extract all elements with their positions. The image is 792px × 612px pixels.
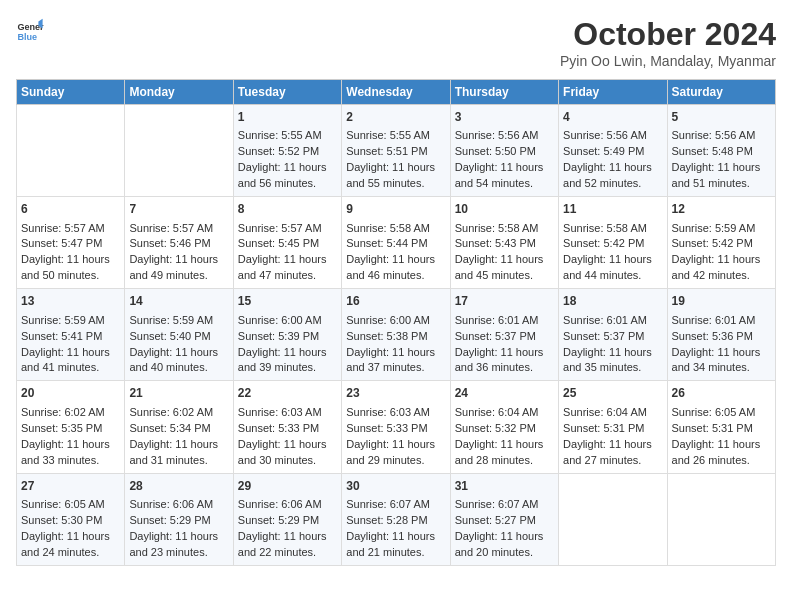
cell-text: Daylight: 11 hours and 45 minutes.	[455, 252, 554, 284]
calendar-cell: 25Sunrise: 6:04 AMSunset: 5:31 PMDayligh…	[559, 381, 667, 473]
calendar-cell: 18Sunrise: 6:01 AMSunset: 5:37 PMDayligh…	[559, 289, 667, 381]
cell-text: Daylight: 11 hours and 40 minutes.	[129, 345, 228, 377]
cell-text: Sunset: 5:52 PM	[238, 144, 337, 160]
cell-text: Daylight: 11 hours and 56 minutes.	[238, 160, 337, 192]
day-number: 5	[672, 109, 771, 126]
cell-text: Sunset: 5:35 PM	[21, 421, 120, 437]
calendar-cell: 30Sunrise: 6:07 AMSunset: 5:28 PMDayligh…	[342, 473, 450, 565]
cell-text: Daylight: 11 hours and 24 minutes.	[21, 529, 120, 561]
cell-text: Daylight: 11 hours and 30 minutes.	[238, 437, 337, 469]
calendar-cell: 6Sunrise: 5:57 AMSunset: 5:47 PMDaylight…	[17, 197, 125, 289]
cell-text: Daylight: 11 hours and 41 minutes.	[21, 345, 120, 377]
week-row-2: 6Sunrise: 5:57 AMSunset: 5:47 PMDaylight…	[17, 197, 776, 289]
calendar-cell: 10Sunrise: 5:58 AMSunset: 5:43 PMDayligh…	[450, 197, 558, 289]
column-header-saturday: Saturday	[667, 80, 775, 105]
cell-text: Sunrise: 5:58 AM	[563, 221, 662, 237]
cell-text: Sunrise: 6:05 AM	[672, 405, 771, 421]
calendar-cell: 2Sunrise: 5:55 AMSunset: 5:51 PMDaylight…	[342, 105, 450, 197]
calendar-cell: 9Sunrise: 5:58 AMSunset: 5:44 PMDaylight…	[342, 197, 450, 289]
cell-text: Sunset: 5:50 PM	[455, 144, 554, 160]
cell-text: Sunrise: 6:02 AM	[129, 405, 228, 421]
calendar-cell: 15Sunrise: 6:00 AMSunset: 5:39 PMDayligh…	[233, 289, 341, 381]
calendar-cell: 12Sunrise: 5:59 AMSunset: 5:42 PMDayligh…	[667, 197, 775, 289]
cell-text: Daylight: 11 hours and 51 minutes.	[672, 160, 771, 192]
cell-text: Daylight: 11 hours and 22 minutes.	[238, 529, 337, 561]
cell-text: Sunset: 5:44 PM	[346, 236, 445, 252]
cell-text: Sunrise: 6:05 AM	[21, 497, 120, 513]
cell-text: Sunset: 5:47 PM	[21, 236, 120, 252]
logo-icon: General Blue	[16, 16, 44, 44]
column-header-sunday: Sunday	[17, 80, 125, 105]
calendar-cell: 11Sunrise: 5:58 AMSunset: 5:42 PMDayligh…	[559, 197, 667, 289]
cell-text: Daylight: 11 hours and 20 minutes.	[455, 529, 554, 561]
cell-text: Daylight: 11 hours and 55 minutes.	[346, 160, 445, 192]
calendar-cell: 28Sunrise: 6:06 AMSunset: 5:29 PMDayligh…	[125, 473, 233, 565]
day-number: 13	[21, 293, 120, 310]
cell-text: Sunrise: 6:04 AM	[563, 405, 662, 421]
calendar-cell: 19Sunrise: 6:01 AMSunset: 5:36 PMDayligh…	[667, 289, 775, 381]
day-number: 11	[563, 201, 662, 218]
day-number: 9	[346, 201, 445, 218]
cell-text: Sunrise: 5:59 AM	[672, 221, 771, 237]
cell-text: Sunset: 5:28 PM	[346, 513, 445, 529]
calendar-cell: 7Sunrise: 5:57 AMSunset: 5:46 PMDaylight…	[125, 197, 233, 289]
cell-text: Sunset: 5:45 PM	[238, 236, 337, 252]
calendar-cell	[125, 105, 233, 197]
cell-text: Sunset: 5:27 PM	[455, 513, 554, 529]
cell-text: Sunrise: 5:56 AM	[563, 128, 662, 144]
cell-text: Daylight: 11 hours and 28 minutes.	[455, 437, 554, 469]
cell-text: Daylight: 11 hours and 35 minutes.	[563, 345, 662, 377]
title-block: October 2024 Pyin Oo Lwin, Mandalay, Mya…	[560, 16, 776, 69]
calendar-cell: 31Sunrise: 6:07 AMSunset: 5:27 PMDayligh…	[450, 473, 558, 565]
day-number: 19	[672, 293, 771, 310]
cell-text: Sunrise: 5:56 AM	[672, 128, 771, 144]
day-number: 1	[238, 109, 337, 126]
day-number: 17	[455, 293, 554, 310]
cell-text: Sunrise: 6:00 AM	[238, 313, 337, 329]
cell-text: Sunset: 5:33 PM	[346, 421, 445, 437]
cell-text: Daylight: 11 hours and 29 minutes.	[346, 437, 445, 469]
cell-text: Sunrise: 5:58 AM	[455, 221, 554, 237]
cell-text: Sunrise: 6:07 AM	[346, 497, 445, 513]
column-header-monday: Monday	[125, 80, 233, 105]
calendar-cell: 20Sunrise: 6:02 AMSunset: 5:35 PMDayligh…	[17, 381, 125, 473]
cell-text: Sunset: 5:41 PM	[21, 329, 120, 345]
day-number: 8	[238, 201, 337, 218]
cell-text: Sunset: 5:29 PM	[129, 513, 228, 529]
cell-text: Daylight: 11 hours and 36 minutes.	[455, 345, 554, 377]
day-number: 28	[129, 478, 228, 495]
calendar-cell: 4Sunrise: 5:56 AMSunset: 5:49 PMDaylight…	[559, 105, 667, 197]
calendar-cell	[667, 473, 775, 565]
cell-text: Sunset: 5:31 PM	[672, 421, 771, 437]
day-number: 14	[129, 293, 228, 310]
cell-text: Daylight: 11 hours and 47 minutes.	[238, 252, 337, 284]
month-title: October 2024	[560, 16, 776, 53]
cell-text: Daylight: 11 hours and 37 minutes.	[346, 345, 445, 377]
cell-text: Daylight: 11 hours and 27 minutes.	[563, 437, 662, 469]
cell-text: Daylight: 11 hours and 50 minutes.	[21, 252, 120, 284]
cell-text: Daylight: 11 hours and 23 minutes.	[129, 529, 228, 561]
cell-text: Sunrise: 6:02 AM	[21, 405, 120, 421]
cell-text: Sunset: 5:31 PM	[563, 421, 662, 437]
cell-text: Sunrise: 5:59 AM	[21, 313, 120, 329]
cell-text: Daylight: 11 hours and 42 minutes.	[672, 252, 771, 284]
day-number: 29	[238, 478, 337, 495]
day-number: 4	[563, 109, 662, 126]
day-number: 15	[238, 293, 337, 310]
cell-text: Daylight: 11 hours and 31 minutes.	[129, 437, 228, 469]
day-number: 27	[21, 478, 120, 495]
day-number: 6	[21, 201, 120, 218]
cell-text: Daylight: 11 hours and 44 minutes.	[563, 252, 662, 284]
cell-text: Daylight: 11 hours and 39 minutes.	[238, 345, 337, 377]
column-header-friday: Friday	[559, 80, 667, 105]
day-number: 22	[238, 385, 337, 402]
cell-text: Sunset: 5:37 PM	[455, 329, 554, 345]
day-number: 25	[563, 385, 662, 402]
calendar-cell	[559, 473, 667, 565]
week-row-3: 13Sunrise: 5:59 AMSunset: 5:41 PMDayligh…	[17, 289, 776, 381]
day-number: 3	[455, 109, 554, 126]
day-number: 16	[346, 293, 445, 310]
day-number: 21	[129, 385, 228, 402]
cell-text: Daylight: 11 hours and 46 minutes.	[346, 252, 445, 284]
cell-text: Sunrise: 5:55 AM	[346, 128, 445, 144]
